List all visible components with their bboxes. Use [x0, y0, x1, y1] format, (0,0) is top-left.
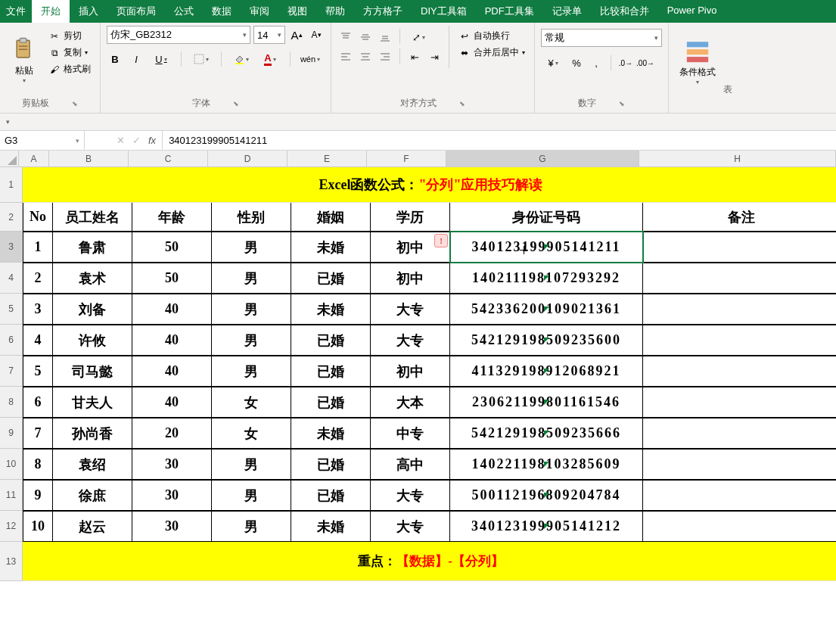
align-middle-button[interactable] [357, 29, 374, 45]
dialog-launcher-icon[interactable]: ⬊ [619, 100, 625, 107]
menu-data[interactable]: 数据 [203, 0, 241, 23]
warning-icon[interactable]: ! [434, 234, 448, 247]
decrease-indent-button[interactable]: ⇤ [406, 48, 423, 65]
number-format-select[interactable]: 常规 ▾ [541, 29, 662, 47]
align-center-button[interactable] [357, 48, 374, 65]
menu-fanfang[interactable]: 方方格子 [354, 0, 412, 23]
cell[interactable] [643, 480, 836, 511]
cell[interactable]: 40 [132, 294, 212, 325]
cell[interactable]: 9 [23, 480, 53, 511]
bold-button[interactable]: B [107, 51, 123, 67]
cell[interactable]: 6 [23, 387, 53, 418]
dialog-launcher-icon[interactable]: ⬊ [233, 100, 239, 107]
cell[interactable]: 初中 [371, 263, 450, 294]
cell[interactable]: 大本 [371, 387, 450, 418]
cell[interactable]: 初中! [371, 232, 450, 263]
increase-indent-button[interactable]: ⇥ [426, 48, 443, 65]
cell[interactable]: 5 [23, 356, 53, 387]
align-bottom-button[interactable] [377, 29, 393, 45]
cell[interactable]: 2 [23, 263, 53, 294]
cancel-icon[interactable]: ✕ [117, 135, 125, 146]
cell[interactable]: 高中 [371, 449, 450, 480]
menu-powerpivot[interactable]: Power Pivo [658, 0, 726, 23]
row-head-11[interactable]: 11 [0, 480, 23, 511]
decrease-decimal-button[interactable]: .00→ [637, 54, 654, 71]
currency-button[interactable]: ¥▾ [541, 54, 565, 71]
fx-button[interactable]: fx [148, 135, 156, 146]
cell[interactable]: 大专 [371, 294, 450, 325]
menu-compare[interactable]: 比较和合并 [591, 0, 658, 23]
cell[interactable]: 500112196809204784 [450, 480, 643, 511]
formula-input[interactable]: 340123199905141211 [163, 131, 836, 150]
cell[interactable] [643, 418, 836, 449]
cell[interactable]: 30 [132, 480, 212, 511]
col-head-g[interactable]: G [446, 151, 639, 167]
cell[interactable]: 男 [212, 325, 291, 356]
underline-button[interactable]: U▾ [149, 51, 173, 67]
cell[interactable]: 男 [212, 356, 291, 387]
cell[interactable]: 已婚 [291, 480, 371, 511]
merge-center-button[interactable]: ⬌ 合并后居中 ▾ [455, 45, 528, 60]
cell[interactable]: 年龄 [132, 203, 212, 232]
cell[interactable] [643, 263, 836, 294]
col-head-d[interactable]: D [208, 151, 287, 167]
cell[interactable] [643, 449, 836, 480]
cell[interactable]: 1 [23, 232, 53, 263]
footer-cell[interactable]: 重点：【数据】-【分列】 [23, 542, 836, 581]
cell[interactable]: 大专 [371, 480, 450, 511]
cell[interactable]: 女 [212, 418, 291, 449]
cut-button[interactable]: ✂ 剪切 [45, 29, 94, 43]
col-head-f[interactable]: F [367, 151, 446, 167]
col-head-h[interactable]: H [639, 151, 836, 167]
cell[interactable]: 男 [212, 511, 291, 542]
cell[interactable]: 已婚 [291, 387, 371, 418]
col-head-e[interactable]: E [287, 151, 367, 167]
row-head-5[interactable]: 5 [0, 294, 23, 325]
cell[interactable]: 140211198107293292 [450, 263, 643, 294]
cell[interactable]: 中专 [371, 418, 450, 449]
cell[interactable]: 40 [132, 387, 212, 418]
cell[interactable]: 初中 [371, 356, 450, 387]
cell[interactable]: 身份证号码 [450, 203, 643, 232]
cell[interactable]: 孙尚香 [53, 418, 132, 449]
align-left-button[interactable] [337, 48, 354, 65]
cell[interactable]: 赵云 [53, 511, 132, 542]
row-head-8[interactable]: 8 [0, 387, 23, 418]
select-all-corner[interactable] [0, 151, 19, 167]
fill-color-button[interactable]: ▾ [229, 51, 253, 67]
cell[interactable]: 男 [212, 263, 291, 294]
menu-record[interactable]: 记录单 [543, 0, 591, 23]
cell[interactable]: 已婚 [291, 325, 371, 356]
cell[interactable]: 大专 [371, 511, 450, 542]
wrap-text-button[interactable]: ↩ 自动换行 [455, 29, 528, 43]
cell[interactable] [643, 325, 836, 356]
cell[interactable]: 刘备 [53, 294, 132, 325]
percent-button[interactable]: % [568, 54, 585, 71]
align-top-button[interactable] [337, 29, 354, 45]
name-box[interactable]: G3 ▾ [0, 131, 85, 150]
cell[interactable]: 未婚 [291, 232, 371, 263]
cell[interactable]: 袁术 [53, 263, 132, 294]
confirm-icon[interactable]: ✓ [132, 135, 141, 146]
italic-button[interactable]: I [128, 51, 145, 67]
align-right-button[interactable] [377, 48, 393, 65]
cell[interactable]: 学历 [371, 203, 450, 232]
menu-pdf[interactable]: PDF工具集 [476, 0, 543, 23]
paste-button[interactable]: 粘贴 ▾ [6, 26, 42, 95]
row-head-9[interactable]: 9 [0, 418, 23, 449]
dialog-launcher-icon[interactable]: ⬊ [459, 100, 465, 107]
cell[interactable] [643, 232, 836, 263]
menu-formulas[interactable]: 公式 [165, 0, 203, 23]
conditional-format-button[interactable]: 条件格式 ▾ [675, 26, 720, 98]
increase-decimal-button[interactable]: .0→ [617, 54, 634, 71]
cell[interactable]: 未婚 [291, 294, 371, 325]
cell[interactable]: 50 [132, 232, 212, 263]
cell[interactable]: 10 [23, 511, 53, 542]
phonetic-button[interactable]: wén▾ [298, 51, 322, 67]
cell[interactable]: 未婚 [291, 418, 371, 449]
cell[interactable]: 4 [23, 325, 53, 356]
cell[interactable]: 员工姓名 [53, 203, 132, 232]
cell[interactable]: 许攸 [53, 325, 132, 356]
font-size-select[interactable]: 14 ▾ [253, 26, 285, 44]
menu-page-layout[interactable]: 页面布局 [107, 0, 165, 23]
